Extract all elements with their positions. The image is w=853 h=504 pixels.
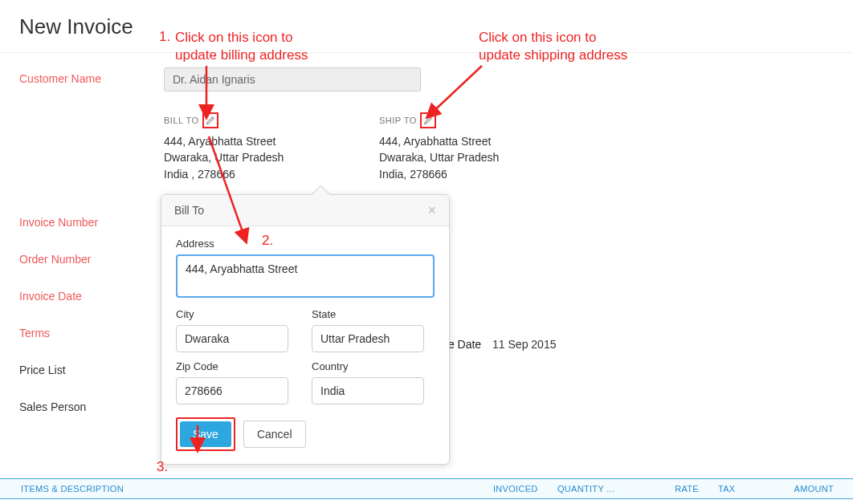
save-button[interactable]: Save: [180, 421, 231, 447]
th-amount: AMOUNT: [757, 484, 853, 494]
th-invoiced: INVOICED: [484, 484, 548, 494]
th-quantity: QUANTITY ...: [548, 484, 628, 494]
label-address: Address: [176, 238, 435, 250]
ship-to-heading: SHIP TO: [379, 116, 417, 125]
label-order-number: Order Number: [19, 248, 164, 266]
page-title: New Invoice: [0, 0, 853, 53]
label-invoice-number: Invoice Number: [19, 211, 164, 229]
label-customer-name: Customer Name: [19, 67, 164, 85]
label-state: State: [312, 308, 435, 320]
bill-to-heading: BILL TO: [164, 116, 199, 125]
zip-field[interactable]: [176, 377, 288, 404]
bill-to-block: BILL TO 444, Aryabhatta Street Dwaraka, …: [164, 112, 373, 182]
city-field[interactable]: [176, 325, 288, 352]
due-date-row: Due Date 11 Sep 2015: [434, 338, 556, 351]
label-sales-person: Sales Person: [19, 396, 164, 413]
ship-to-line: India, 278666: [379, 166, 588, 182]
close-icon[interactable]: ×: [427, 203, 436, 217]
state-field[interactable]: [312, 325, 424, 352]
popover-title: Bill To: [174, 204, 204, 217]
country-field[interactable]: [312, 377, 424, 404]
bill-to-line: Dwaraka, Uttar Pradesh: [164, 149, 373, 165]
pencil-icon[interactable]: [420, 112, 436, 128]
customer-select[interactable]: Dr. Aidan Ignaris: [164, 67, 421, 91]
ship-to-line: Dwaraka, Uttar Pradesh: [379, 149, 588, 165]
ship-to-block: SHIP TO 444, Aryabhatta Street Dwaraka, …: [379, 112, 588, 182]
bill-to-line: India , 278666: [164, 166, 373, 182]
label-zip: Zip Code: [176, 360, 299, 372]
bill-to-line: 444, Aryabhatta Street: [164, 133, 373, 149]
th-items: ITEMS & DESCRIPTION: [0, 484, 265, 494]
cancel-button[interactable]: Cancel: [243, 421, 306, 448]
address-field[interactable]: [176, 254, 435, 298]
items-table-header: ITEMS & DESCRIPTION INVOICED QUANTITY ..…: [0, 478, 853, 499]
th-tax: TAX: [708, 484, 757, 494]
ship-to-line: 444, Aryabhatta Street: [379, 133, 588, 149]
label-country: Country: [312, 360, 435, 372]
due-date-value: 11 Sep 2015: [492, 338, 556, 351]
label-terms: Terms: [19, 322, 164, 339]
bill-to-popover: Bill To × Address City State Zip Code Co…: [161, 194, 450, 465]
label-city: City: [176, 308, 299, 320]
pencil-icon[interactable]: [202, 112, 218, 128]
th-rate: RATE: [628, 484, 708, 494]
label-price-list: Price List: [19, 359, 164, 376]
label-invoice-date: Invoice Date: [19, 285, 164, 303]
